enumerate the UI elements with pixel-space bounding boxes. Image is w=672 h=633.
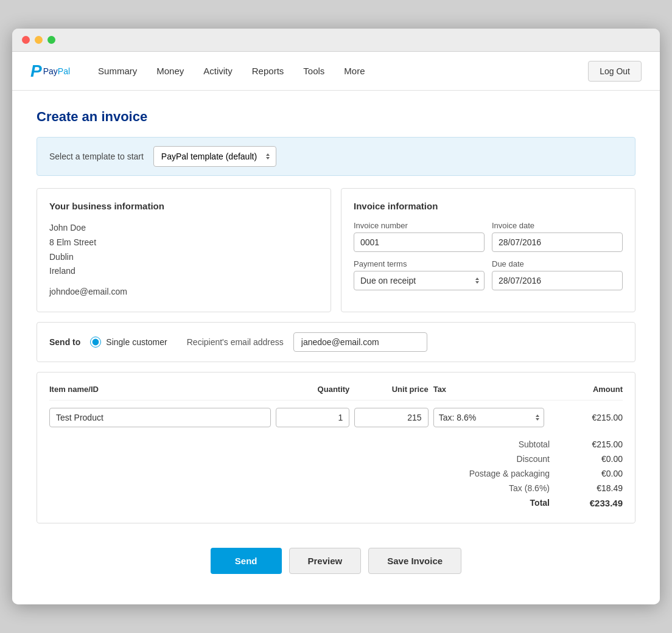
- item-price-input[interactable]: [354, 408, 428, 427]
- main-content: Create an invoice Select a template to s…: [12, 91, 660, 604]
- business-country: Ireland: [49, 264, 318, 279]
- payment-terms-label: Payment terms: [354, 259, 485, 268]
- subtotal-row: Subtotal €215.00: [49, 437, 623, 452]
- logo-icon: P: [30, 61, 42, 81]
- tax-value: €18.49: [574, 483, 623, 493]
- invoice-date-input[interactable]: [492, 233, 623, 252]
- business-info-details: John Doe 8 Elm Street Dublin Ireland joh…: [49, 221, 318, 299]
- postage-label: Postage & packaging: [452, 469, 550, 478]
- items-header: Item name/ID Quantity Unit price Tax Amo…: [49, 385, 623, 400]
- tax-select-wrap: Tax: 8.6%: [433, 408, 544, 427]
- save-invoice-button[interactable]: Save Invoice: [368, 548, 461, 574]
- items-card: Item name/ID Quantity Unit price Tax Amo…: [37, 372, 635, 523]
- table-row: Tax: 8.6% €215.00: [49, 408, 623, 427]
- invoice-number-group: Invoice number: [354, 221, 485, 252]
- business-city: Dublin: [49, 250, 318, 265]
- due-date-input[interactable]: [492, 271, 623, 290]
- logo-text: PayPal: [43, 66, 70, 76]
- subtotal-label: Subtotal: [452, 439, 550, 449]
- invoice-number-input[interactable]: [354, 233, 485, 252]
- subtotal-value: €215.00: [574, 439, 623, 449]
- recipient-email-input[interactable]: [293, 332, 427, 352]
- send-button[interactable]: Send: [211, 548, 282, 574]
- invoice-number-label: Invoice number: [354, 221, 485, 230]
- col-header-price: Unit price: [354, 385, 428, 394]
- item-qty-input[interactable]: [276, 408, 349, 427]
- payment-terms-group: Payment terms Due on receipt: [354, 259, 485, 290]
- nav-links: Summary Money Activity Reports Tools Mor…: [88, 52, 588, 91]
- single-customer-radio[interactable]: [90, 337, 101, 348]
- nav-summary[interactable]: Summary: [88, 52, 147, 91]
- nav-tools[interactable]: Tools: [293, 52, 334, 91]
- template-select[interactable]: PayPal template (default): [153, 146, 276, 167]
- action-buttons: Send Preview Save Invoice: [37, 536, 635, 580]
- app-window: P PayPal Summary Money Activity Reports …: [12, 29, 660, 604]
- discount-row: Discount €0.00: [49, 452, 623, 466]
- preview-button[interactable]: Preview: [289, 548, 362, 574]
- nav-reports[interactable]: Reports: [242, 52, 294, 91]
- business-email: johndoe@email.com: [49, 285, 318, 299]
- navbar: P PayPal Summary Money Activity Reports …: [12, 52, 660, 91]
- col-header-name: Item name/ID: [49, 385, 271, 394]
- minimize-dot: [35, 36, 43, 44]
- tax-label: Tax (8.6%): [452, 483, 550, 493]
- nav-more[interactable]: More: [334, 52, 374, 91]
- recipient-email-label: Recipient's email address: [187, 337, 284, 347]
- item-amount: €215.00: [549, 413, 623, 422]
- grand-total-row: Total €233.49: [49, 495, 623, 511]
- invoice-info-card: Invoice information Invoice number Invoi…: [341, 188, 635, 312]
- titlebar: [12, 29, 660, 52]
- discount-value: €0.00: [574, 454, 623, 464]
- single-customer-radio-group: Single customer: [90, 337, 167, 348]
- item-name-input[interactable]: [49, 408, 271, 427]
- invoice-date-label: Invoice date: [492, 221, 623, 230]
- col-header-tax: Tax: [433, 385, 544, 394]
- business-address1: 8 Elm Street: [49, 236, 318, 250]
- totals-section: Subtotal €215.00 Discount €0.00 Postage …: [49, 437, 623, 511]
- col-header-qty: Quantity: [276, 385, 349, 394]
- template-bar: Select a template to start PayPal templa…: [37, 137, 635, 176]
- postage-value: €0.00: [574, 469, 623, 478]
- template-label: Select a template to start: [49, 152, 144, 161]
- payment-terms-wrap: Due on receipt: [354, 271, 485, 290]
- business-info-title: Your business information: [49, 201, 318, 211]
- invoice-date-group: Invoice date: [492, 221, 623, 252]
- total-value: €233.49: [574, 498, 623, 508]
- due-date-label: Due date: [492, 259, 623, 268]
- tax-select[interactable]: Tax: 8.6%: [433, 408, 544, 427]
- business-info-card: Your business information John Doe 8 Elm…: [37, 188, 331, 312]
- send-to-label: Send to: [49, 337, 80, 347]
- logout-button[interactable]: Log Out: [588, 61, 642, 82]
- discount-label: Discount: [452, 454, 550, 464]
- invoice-fields: Invoice number Invoice date Payment term…: [354, 221, 623, 290]
- send-to-card: Send to Single customer Recipient's emai…: [37, 322, 635, 362]
- info-section: Your business information John Doe 8 Elm…: [37, 188, 635, 312]
- postage-row: Postage & packaging €0.00: [49, 466, 623, 481]
- total-label: Total: [452, 498, 550, 508]
- logo: P PayPal: [30, 61, 70, 81]
- due-date-group: Due date: [492, 259, 623, 290]
- business-name: John Doe: [49, 221, 318, 236]
- single-customer-label: Single customer: [106, 337, 167, 347]
- maximize-dot: [47, 36, 55, 44]
- tax-row: Tax (8.6%) €18.49: [49, 481, 623, 495]
- col-header-amount: Amount: [549, 385, 623, 394]
- nav-money[interactable]: Money: [147, 52, 194, 91]
- page-title: Create an invoice: [37, 109, 635, 125]
- payment-terms-select[interactable]: Due on receipt: [354, 271, 485, 290]
- invoice-info-title: Invoice information: [354, 201, 623, 211]
- close-dot: [22, 36, 30, 44]
- nav-activity[interactable]: Activity: [194, 52, 242, 91]
